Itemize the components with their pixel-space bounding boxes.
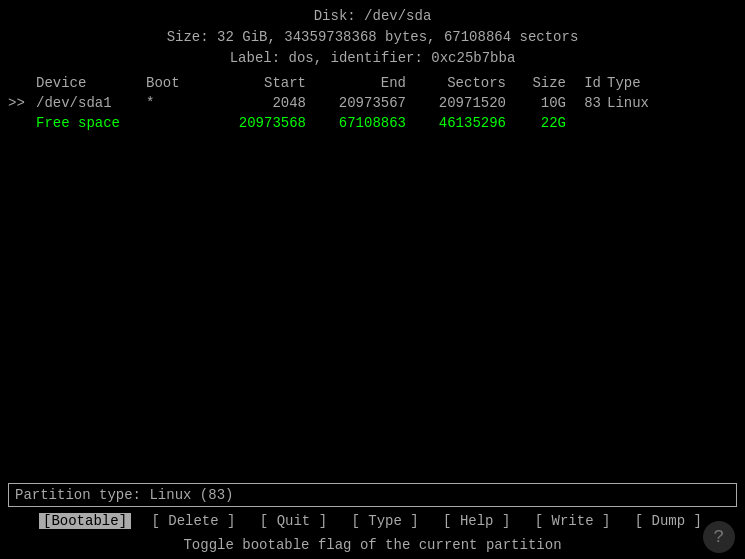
col-header-start: Start [206, 75, 306, 91]
row-boot-1: * [146, 95, 206, 111]
col-header-sectors: Sectors [406, 75, 506, 91]
table-header: Device Boot Start End Sectors Size Id Ty… [8, 73, 737, 93]
col-header-indicator [8, 75, 36, 91]
row-sectors-1: 20971520 [406, 95, 506, 111]
table-area: Device Boot Start End Sectors Size Id Ty… [0, 69, 745, 481]
menu-item-quit[interactable]: [ Quit ] [256, 513, 331, 529]
footer-status: Toggle bootable flag of the current part… [0, 533, 745, 559]
menu-item-write[interactable]: [ Write ] [531, 513, 615, 529]
status-text: Partition type: Linux (83) [15, 487, 233, 503]
table-row[interactable]: >> /dev/sda1 * 2048 20973567 20971520 10… [8, 93, 737, 113]
row-end-2: 67108863 [306, 115, 406, 131]
row-type-1: Linux [601, 95, 681, 111]
row-size-1: 10G [506, 95, 566, 111]
row-start-1: 2048 [206, 95, 306, 111]
menu-separator-5 [514, 513, 530, 529]
col-header-device: Device [36, 75, 146, 91]
row-type-2 [601, 115, 681, 131]
col-header-type: Type [601, 75, 681, 91]
col-header-boot: Boot [146, 75, 206, 91]
row-id-1: 83 [566, 95, 601, 111]
header-line2: Size: 32 GiB, 34359738368 bytes, 6710886… [0, 27, 745, 48]
table-row-free[interactable]: Free space 20973568 67108863 46135296 22… [8, 113, 737, 133]
menu-separator-2 [239, 513, 255, 529]
row-boot-2 [146, 115, 206, 131]
menu-separator-4 [423, 513, 439, 529]
status-bar: Partition type: Linux (83) [8, 483, 737, 507]
header-line1: Disk: /dev/sda [0, 6, 745, 27]
menu-item-type[interactable]: [ Type ] [347, 513, 422, 529]
row-sectors-2: 46135296 [406, 115, 506, 131]
menu-item-help[interactable]: [ Help ] [439, 513, 514, 529]
row-device-1: /dev/sda1 [36, 95, 146, 111]
header: Disk: /dev/sda Size: 32 GiB, 34359738368… [0, 0, 745, 69]
menu-item-delete[interactable]: [ Delete ] [147, 513, 239, 529]
header-line3: Label: dos, identifier: 0xc25b7bba [0, 48, 745, 69]
row-id-2 [566, 115, 601, 131]
screen: Disk: /dev/sda Size: 32 GiB, 34359738368… [0, 0, 745, 559]
row-end-1: 20973567 [306, 95, 406, 111]
menu-item-bootable[interactable]: [Bootable] [39, 513, 131, 529]
row-device-2: Free space [36, 115, 146, 131]
menu-item-dump[interactable]: [ Dump ] [631, 513, 706, 529]
menu-separator-1 [131, 513, 147, 529]
row-indicator-2 [8, 115, 36, 131]
row-start-2: 20973568 [206, 115, 306, 131]
row-size-2: 22G [506, 115, 566, 131]
col-header-size: Size [506, 75, 566, 91]
menu-separator-6 [614, 513, 630, 529]
row-indicator-1: >> [8, 95, 36, 111]
footer-text: Toggle bootable flag of the current part… [183, 537, 561, 553]
watermark-icon: ? [703, 521, 735, 553]
menu-separator-3 [331, 513, 347, 529]
col-header-id: Id [566, 75, 601, 91]
menu-bar: [Bootable] [ Delete ] [ Quit ] [ Type ] … [0, 509, 745, 533]
col-header-end: End [306, 75, 406, 91]
